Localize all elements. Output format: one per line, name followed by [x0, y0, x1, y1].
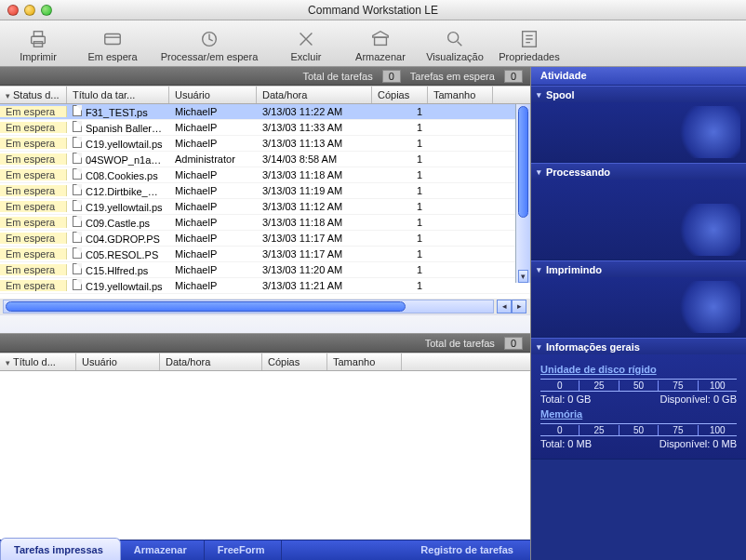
close-window-button[interactable] [7, 5, 19, 16]
document-icon [73, 279, 82, 290]
table-row[interactable]: Em esperaC04.GDROP.PSMichaelP3/13/03 11:… [0, 231, 530, 247]
section-spool[interactable]: Spool [531, 86, 746, 102]
mem-total: Total: 0 MB [540, 438, 592, 449]
cell-title: Spanish Ballerin... [67, 121, 169, 134]
cell-user: MichaelP [169, 138, 257, 149]
cell-date: 3/13/03 11:33 AM [257, 122, 372, 133]
col-status[interactable]: Status d... [0, 87, 67, 103]
section-printing[interactable]: Imprimindo [531, 260, 746, 277]
preview-button[interactable]: Visualização [426, 27, 484, 62]
scroll-right-arrow[interactable]: ▸ [512, 300, 526, 313]
cell-user: MichaelP [169, 106, 257, 117]
bottom-tabs: Tarefas impressasArmazenarFreeFormRegist… [0, 540, 530, 560]
document-icon [73, 184, 82, 195]
svg-rect-2 [33, 42, 42, 47]
lower-info-bar: Total de tarefas 0 [0, 334, 530, 353]
document-icon [73, 105, 82, 116]
spool-body [531, 102, 746, 162]
cell-date: 3/13/03 11:17 AM [257, 248, 372, 260]
cell-status: Em espera [0, 217, 67, 228]
cell-status: Em espera [0, 280, 67, 291]
tab-freeform[interactable]: FreeForm [205, 540, 283, 560]
table-row[interactable]: Em esperaSpanish Ballerin...MichaelP3/13… [0, 120, 530, 136]
hold-button[interactable]: Em espera [84, 27, 141, 62]
scroll-down-arrow[interactable]: ▾ [518, 270, 528, 283]
hscroll-thumb[interactable] [6, 301, 406, 312]
lower-total-value: 0 [504, 337, 523, 350]
table-row[interactable]: Em esperaC08.Cookies.psMichaelP3/13/03 1… [0, 167, 530, 183]
minimize-window-button[interactable] [24, 5, 35, 16]
cell-user: MichaelP [169, 264, 257, 275]
hold-jobs-label: Tarefas em espera [410, 71, 495, 82]
col2-date[interactable]: Data/hora [160, 353, 262, 370]
scroll-left-arrow[interactable]: ◂ [497, 300, 512, 313]
archive-button-icon [369, 27, 392, 51]
document-icon [73, 263, 82, 274]
activity-title: Atividade [531, 67, 746, 86]
delete-button-icon [295, 27, 317, 51]
archive-button[interactable]: Armazenar [352, 27, 409, 62]
gauge-tick: 50 [619, 380, 658, 391]
table-row[interactable]: Em esperaC19.yellowtail.psMichaelP3/13/0… [0, 136, 530, 152]
cell-status: Em espera [0, 106, 67, 117]
cell-status: Em espera [0, 248, 67, 260]
svg-rect-3 [105, 34, 121, 45]
col2-user[interactable]: Usuário [76, 353, 160, 370]
table-row[interactable]: Em esperaF31_TEST.psMichaelP3/13/03 11:2… [0, 104, 530, 120]
col2-size[interactable]: Tamanho [327, 353, 402, 370]
table-row[interactable]: Em esperaC15.Hlfred.psMichaelP3/13/03 11… [0, 262, 530, 278]
tab-joblog[interactable]: Registro de tarefas [407, 540, 530, 560]
section-general-info[interactable]: Informações gerais [531, 338, 746, 354]
cell-status: Em espera [0, 264, 67, 275]
delete-button[interactable]: Excluir [277, 27, 335, 62]
cell-date: 3/13/03 11:13 AM [257, 138, 372, 149]
process-hold-button-icon [198, 27, 220, 51]
horizontal-scrollbar[interactable] [3, 300, 494, 313]
table-row[interactable]: Em esperaC09.Castle.psMichaelP3/13/03 11… [0, 215, 530, 231]
print-button[interactable]: Imprimir [9, 27, 67, 62]
general-info-body: Unidade de disco rígido 0255075100 Total… [531, 354, 746, 459]
cell-copies: 1 [372, 264, 428, 275]
vertical-scrollbar[interactable]: ▾ [515, 104, 530, 283]
zoom-window-button[interactable] [41, 5, 52, 16]
col-size[interactable]: Tamanho [428, 87, 493, 103]
cell-title: C12.Dirtbike_NO... [67, 184, 169, 197]
section-processing[interactable]: Processando [531, 163, 746, 180]
table-row[interactable]: Em esperaC19.yellowtail.psMichaelP3/13/0… [0, 199, 530, 215]
cell-status: Em espera [0, 169, 67, 180]
scrollbar-thumb[interactable] [518, 106, 528, 218]
print-button-icon [27, 27, 49, 51]
col-title[interactable]: Título da tar... [67, 87, 169, 103]
gauge-tick: 75 [658, 425, 697, 435]
table-row[interactable]: Em esperaC12.Dirtbike_NO...MichaelP3/13/… [0, 183, 530, 199]
tab-printed[interactable]: Tarefas impressas [0, 538, 121, 560]
printing-art-icon [673, 281, 740, 333]
table-row[interactable]: Em espera04SWOP_n1a_...Administrator3/14… [0, 152, 530, 167]
properties-button[interactable]: Propriedades [500, 27, 558, 62]
cell-copies: 1 [372, 233, 428, 244]
col2-title[interactable]: Título d... [0, 353, 76, 370]
total-jobs-value: 0 [382, 70, 401, 83]
tab-archive[interactable]: Armazenar [121, 540, 205, 560]
table-row[interactable]: Em esperaC05.RESOL.PSMichaelP3/13/03 11:… [0, 247, 530, 262]
process-hold-button[interactable]: Processar/em espera [158, 27, 260, 62]
col-copies[interactable]: Cópias [372, 87, 428, 103]
col-user[interactable]: Usuário [169, 87, 257, 103]
table-row[interactable]: Em esperaC19.yellowtail.psMichaelP3/13/0… [0, 278, 530, 294]
col-date[interactable]: Data/hora [257, 87, 372, 103]
cell-user: MichaelP [169, 248, 257, 260]
cell-title: C04.GDROP.PS [67, 232, 169, 245]
col2-copies[interactable]: Cópias [262, 353, 327, 370]
cell-date: 3/14/03 8:58 AM [257, 153, 372, 165]
document-icon [73, 247, 82, 259]
pane-divider[interactable] [0, 314, 530, 333]
gauge-tick: 50 [619, 425, 658, 435]
cell-copies: 1 [372, 169, 428, 180]
document-icon [73, 200, 82, 211]
cell-status: Em espera [0, 153, 67, 165]
toolbar-label: Armazenar [355, 51, 406, 62]
cell-user: Administrator [169, 153, 257, 165]
document-icon [73, 216, 82, 227]
spool-art-icon [673, 106, 740, 158]
mem-label: Memória [540, 408, 737, 420]
